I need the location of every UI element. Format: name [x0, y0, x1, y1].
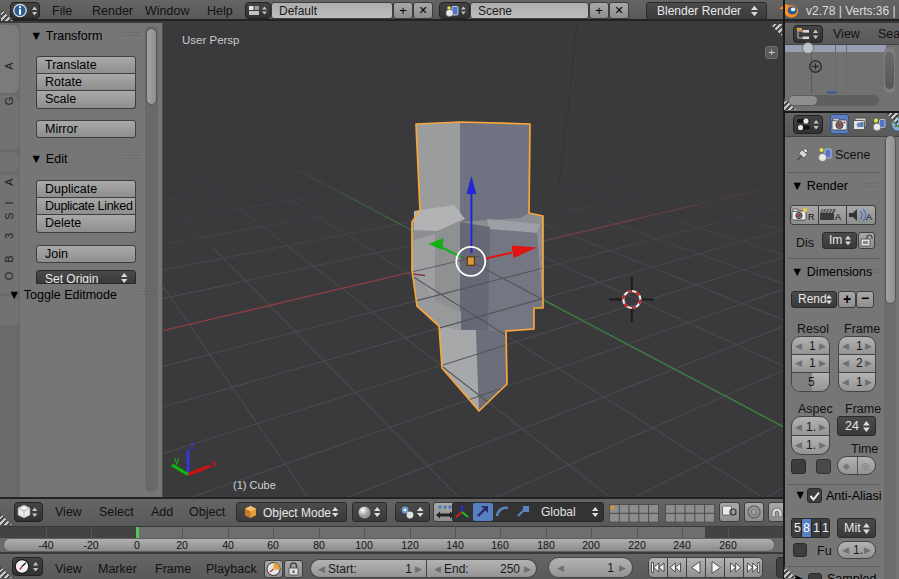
svg-text:R: R	[808, 212, 815, 222]
svg-text:User Persp: User Persp	[182, 34, 240, 46]
svg-text:A: A	[866, 212, 872, 222]
svg-text:z: z	[190, 439, 196, 451]
svg-text:y: y	[174, 454, 180, 466]
svg-text:x: x	[211, 457, 217, 469]
svg-text:A: A	[835, 212, 841, 222]
svg-text:(1) Cube: (1) Cube	[233, 479, 276, 491]
